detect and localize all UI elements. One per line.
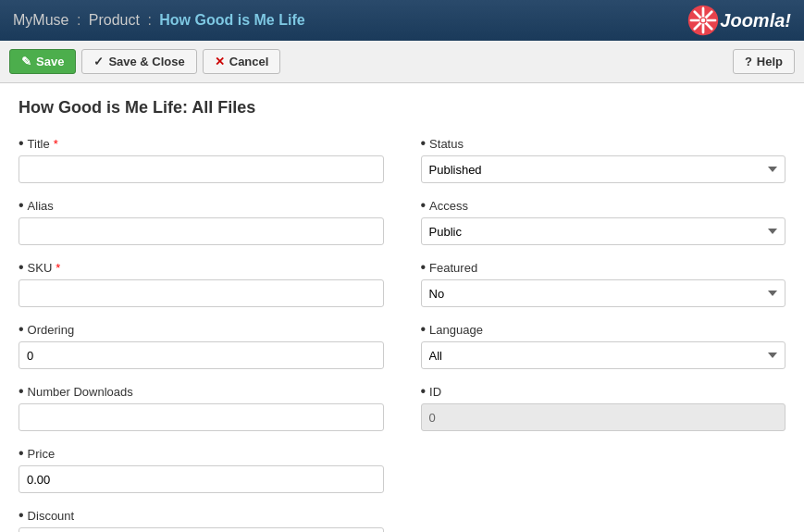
field-discount: • Discount xyxy=(19,508,384,532)
label-status: • Status xyxy=(421,136,786,151)
label-discount: • Discount xyxy=(19,508,384,523)
header-bar: MyMuse : Product : How Good is Me Life J… xyxy=(0,0,804,41)
joomla-text: Joomla! xyxy=(720,10,791,31)
label-title: • Title * xyxy=(19,136,384,151)
select-language[interactable]: All xyxy=(421,341,786,369)
input-sku[interactable] xyxy=(19,279,384,307)
help-label: Help xyxy=(757,55,783,68)
toolbar-right: ? Help xyxy=(733,49,795,74)
label-id: • ID xyxy=(421,384,786,399)
label-number-downloads: • Number Downloads xyxy=(19,384,384,399)
field-number-downloads: • Number Downloads xyxy=(19,384,384,431)
joomla-icon xyxy=(686,4,720,37)
select-access[interactable]: Public Registered Special xyxy=(421,217,786,245)
select-status[interactable]: Published Unpublished Archived Trashed xyxy=(421,155,786,183)
field-title: • Title * xyxy=(19,136,384,183)
input-price[interactable] xyxy=(19,465,384,493)
field-featured: • Featured No Yes xyxy=(421,260,786,307)
breadcrumb-sep1: : xyxy=(77,12,85,28)
cancel-icon: ✕ xyxy=(215,55,225,68)
input-alias[interactable] xyxy=(19,217,384,245)
save-close-button[interactable]: ✓ Save & Close xyxy=(81,49,196,74)
field-alias: • Alias xyxy=(19,198,384,245)
joomla-logo: Joomla! xyxy=(686,4,791,37)
select-featured[interactable]: No Yes xyxy=(421,279,786,307)
page-title: How Good is Me Life: All Files xyxy=(19,98,785,118)
field-sku: • SKU * xyxy=(19,260,384,307)
label-sku: • SKU * xyxy=(19,260,384,275)
field-language: • Language All xyxy=(421,322,786,369)
breadcrumb-sep2: : xyxy=(147,12,155,28)
field-ordering: • Ordering xyxy=(19,322,384,369)
form-left: • Title * • Alias • SKU * xyxy=(19,136,384,532)
label-access: • Access xyxy=(421,198,786,213)
help-button[interactable]: ? Help xyxy=(733,49,795,74)
label-ordering: • Ordering xyxy=(19,322,384,337)
form-layout: • Title * • Alias • SKU * xyxy=(19,136,785,532)
label-featured: • Featured xyxy=(421,260,786,275)
cancel-button[interactable]: ✕ Cancel xyxy=(203,49,281,74)
label-alias: • Alias xyxy=(19,198,384,213)
save-icon: ✎ xyxy=(21,55,31,68)
field-status: • Status Published Unpublished Archived … xyxy=(421,136,786,183)
toolbar-left: ✎ Save ✓ Save & Close ✕ Cancel xyxy=(9,49,280,74)
toolbar: ✎ Save ✓ Save & Close ✕ Cancel ? Help xyxy=(0,41,804,83)
label-price: • Price xyxy=(19,446,384,461)
label-language: • Language xyxy=(421,322,786,337)
main-content: How Good is Me Life: All Files • Title *… xyxy=(0,83,804,532)
input-ordering[interactable] xyxy=(19,341,384,369)
save-close-label: Save & Close xyxy=(108,55,184,68)
breadcrumb: MyMuse : Product : How Good is Me Life xyxy=(13,12,305,29)
input-number-downloads[interactable] xyxy=(19,403,384,431)
check-icon: ✓ xyxy=(93,55,104,68)
save-button[interactable]: ✎ Save xyxy=(9,49,76,74)
breadcrumb-current: How Good is Me Life xyxy=(159,12,304,28)
breadcrumb-parent: Product xyxy=(89,12,140,28)
cancel-label: Cancel xyxy=(229,55,269,68)
input-title[interactable] xyxy=(19,155,384,183)
save-label: Save xyxy=(36,55,64,68)
field-id: • ID xyxy=(421,384,786,431)
svg-point-6 xyxy=(701,19,706,23)
field-price: • Price xyxy=(19,446,384,493)
field-access: • Access Public Registered Special xyxy=(421,198,786,245)
input-id xyxy=(421,403,786,431)
input-discount[interactable] xyxy=(19,527,384,532)
form-right: • Status Published Unpublished Archived … xyxy=(421,136,786,532)
breadcrumb-root: MyMuse xyxy=(13,12,68,28)
help-icon: ? xyxy=(745,55,752,68)
